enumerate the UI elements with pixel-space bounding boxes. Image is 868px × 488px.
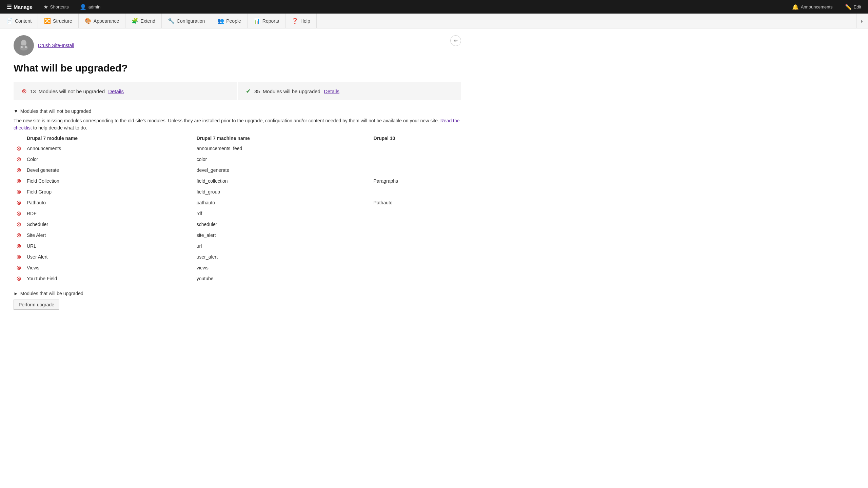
module-name: Scheduler [24,219,194,230]
col-header-d10: Drupal 10 [371,134,461,143]
not-upgraded-description: The new site is missing modules correspo… [14,117,461,131]
not-upgraded-toggle[interactable]: ▼ Modules that will not be upgraded [14,108,461,114]
star-icon: ★ [43,4,48,10]
edit-pencil-icon: ✏ [454,38,458,43]
admin-user-button[interactable]: 👤 admin [77,0,103,14]
row-error-icon: ⊗ [14,262,24,273]
perform-upgrade-button[interactable]: Perform upgrade [14,300,59,310]
row-error-icon: ⊗ [14,197,24,208]
row-error-icon: ⊗ [14,143,24,154]
table-row: ⊗ Pathauto pathauto Pathauto [14,197,461,208]
site-name-link[interactable]: Drush Site-Install [38,43,74,48]
module-name: Pathauto [24,197,194,208]
edit-button[interactable]: ✏️ Edit [842,0,864,14]
nav-structure[interactable]: 🔀 Structure [38,14,79,28]
drupal10-equivalent [371,230,461,241]
module-name: Announcements [24,143,194,154]
admin-bar: ☰ Manage ★ Shortcuts 👤 admin 🔔 Announcem… [0,0,868,14]
nav-appearance[interactable]: 🎨 Appearance [79,14,126,28]
table-row: ⊗ RDF rdf [14,208,461,219]
upgraded-section-toggle[interactable]: ► Modules that will be upgraded [14,291,461,296]
nav-bar-end: ⏵ [856,14,868,28]
shortcuts-button[interactable]: ★ Shortcuts [41,0,72,14]
hamburger-icon: ☰ [7,4,12,10]
announcements-button[interactable]: 🔔 Announcements [789,0,835,14]
module-name: Color [24,154,194,165]
col-header-d7-machine: Drupal 7 machine name [194,134,371,143]
row-error-icon: ⊗ [14,251,24,262]
row-error-icon: ⊗ [14,208,24,219]
drupal10-equivalent [371,154,461,165]
drupal10-equivalent [371,186,461,197]
summary-row: ⊗ 13 Modules will not be upgraded Detail… [14,82,461,100]
module-name: Field Group [24,186,194,197]
drupal10-equivalent [371,219,461,230]
drupal-logo [14,35,34,56]
drupal10-equivalent [371,143,461,154]
drupal10-equivalent [371,262,461,273]
svg-point-3 [21,46,23,48]
table-row: ⊗ Color color [14,154,461,165]
machine-name: field_group [194,186,371,197]
module-name: Field Collection [24,176,194,186]
not-upgraded-section: ▼ Modules that will not be upgraded The … [14,108,461,284]
reports-icon: 📊 [254,18,260,24]
nav-bar: 📄 Content 🔀 Structure 🎨 Appearance 🧩 Ext… [0,14,868,28]
col-header-d7-name: Drupal 7 module name [24,134,194,143]
machine-name: url [194,241,371,251]
nav-help[interactable]: ❓ Help [285,14,317,28]
machine-name: site_alert [194,230,371,241]
summary-not-upgraded: ⊗ 13 Modules will not be upgraded Detail… [14,82,238,100]
not-upgraded-table: Drupal 7 module name Drupal 7 machine na… [14,134,461,284]
pencil-icon: ✏️ [845,4,852,10]
upgraded-details-link[interactable]: Details [324,88,339,94]
check-icon: ✔ [246,87,251,95]
machine-name: field_collection [194,176,371,186]
summary-upgraded: ✔ 35 Modules will be upgraded Details [238,82,461,100]
help-icon: ❓ [292,18,298,24]
row-error-icon: ⊗ [14,186,24,197]
drupal10-equivalent: Pathauto [371,197,461,208]
nav-reports[interactable]: 📊 Reports [248,14,285,28]
row-error-icon: ⊗ [14,241,24,251]
module-name: Devel generate [24,165,194,176]
row-error-icon: ⊗ [14,154,24,165]
not-upgraded-details-link[interactable]: Details [108,88,124,94]
row-error-icon: ⊗ [14,176,24,186]
manage-menu-button[interactable]: ☰ Manage [4,0,35,14]
machine-name: devel_generate [194,165,371,176]
extend-icon: 🧩 [132,18,138,24]
nav-content[interactable]: 📄 Content [0,14,38,28]
module-name: Site Alert [24,230,194,241]
table-row: ⊗ Field Group field_group [14,186,461,197]
module-name: URL [24,241,194,251]
nav-extend[interactable]: 🧩 Extend [125,14,162,28]
configuration-icon: 🔧 [168,18,175,24]
nav-collapse-icon: ⏵ [860,18,865,24]
appearance-icon: 🎨 [85,18,92,24]
module-name: YouTube Field [24,273,194,284]
user-icon: 👤 [80,4,86,10]
nav-configuration[interactable]: 🔧 Configuration [162,14,211,28]
error-circle-icon: ⊗ [22,87,27,95]
row-error-icon: ⊗ [14,165,24,176]
table-row: ⊗ URL url [14,241,461,251]
machine-name: color [194,154,371,165]
drupal10-equivalent [371,165,461,176]
table-row: ⊗ Announcements announcements_feed [14,143,461,154]
table-row: ⊗ Views views [14,262,461,273]
nav-people[interactable]: 👥 People [211,14,248,28]
row-error-icon: ⊗ [14,273,24,284]
machine-name: views [194,262,371,273]
table-row: ⊗ Scheduler scheduler [14,219,461,230]
row-error-icon: ⊗ [14,230,24,241]
main-content: Drush Site-Install ✏ What will be upgrad… [0,28,475,317]
bell-icon: 🔔 [792,4,799,10]
machine-name: pathauto [194,197,371,208]
drupal10-equivalent [371,241,461,251]
machine-name: user_alert [194,251,371,262]
page-title: What will be upgraded? [14,62,461,74]
page-edit-button[interactable]: ✏ [450,35,461,46]
structure-icon: 🔀 [44,18,51,24]
table-header-row: Drupal 7 module name Drupal 7 machine na… [14,134,461,143]
